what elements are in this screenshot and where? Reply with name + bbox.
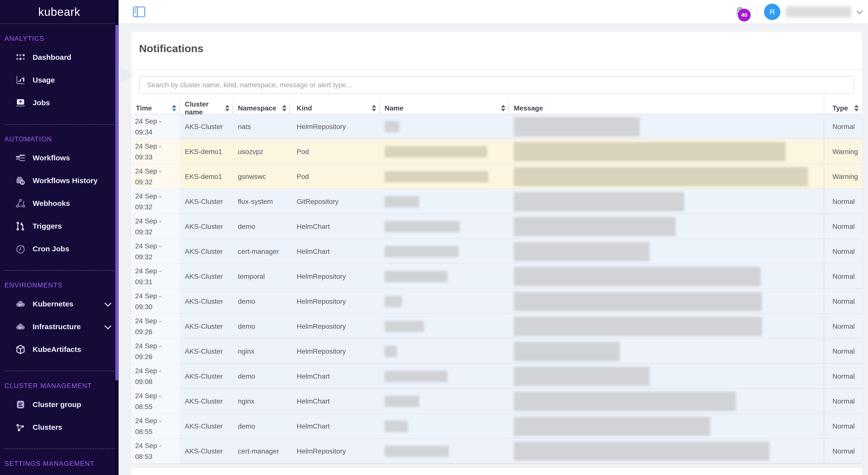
- table-row[interactable]: 24 Sep -08:53 AKS-Cluster cert-manager H…: [131, 438, 862, 463]
- cell-cluster-name: AKS-Cluster: [180, 114, 233, 139]
- sort-up-arrow: [854, 105, 859, 108]
- sidebar-section-title: ENVIRONMENTS: [4, 281, 112, 289]
- table-row[interactable]: 24 Sep -09:32 AKS-Cluster cert-manager H…: [131, 238, 862, 263]
- sort-icon[interactable]: [854, 105, 859, 112]
- table-row[interactable]: 24 Sep -08:55 AKS-Cluster demo HelmChart…: [131, 413, 862, 438]
- sidebar-toggle-button[interactable]: [132, 5, 146, 18]
- sort-icon[interactable]: [282, 105, 286, 112]
- cell-message: [509, 289, 824, 314]
- column-header-message[interactable]: Message: [509, 100, 824, 116]
- cell-namespace: cert-manager: [233, 439, 290, 464]
- notification-count-badge: 40: [738, 9, 751, 22]
- webhooks-icon: [15, 198, 26, 209]
- table-row[interactable]: 24 Sep -09:26 AKS-Cluster demo HelmRepos…: [131, 314, 862, 338]
- cell-cluster-name: AKS-Cluster: [180, 364, 233, 389]
- cell-kind: HelmRepository: [290, 114, 380, 139]
- message-redacted-block: [514, 317, 762, 336]
- column-label: Cluster name: [185, 100, 225, 116]
- sidebar-item-dashboard[interactable]: Dashboard: [4, 46, 112, 69]
- sidebar-scrollbar-thumb[interactable]: [115, 25, 118, 381]
- cell-kind: Pod: [290, 164, 380, 189]
- chevron-down-icon: [104, 300, 112, 307]
- cell-name: [380, 214, 509, 239]
- column-header-time[interactable]: Time: [131, 100, 180, 116]
- sidebar-item-label: Webhooks: [33, 199, 70, 208]
- cell-message: [509, 239, 824, 264]
- cell-name: [380, 164, 509, 189]
- table-row[interactable]: 24 Sep -09:34 AKS-Cluster nats HelmRepos…: [131, 114, 862, 139]
- user-menu[interactable]: R: [764, 4, 861, 20]
- panel-toggle-icon: [133, 6, 146, 18]
- message-redacted-block: [514, 367, 650, 386]
- table-row[interactable]: 24 Sep -09:32 AKS-Cluster flux-system Gi…: [131, 188, 862, 213]
- column-header-namespace[interactable]: Namespace: [233, 100, 290, 116]
- table-row[interactable]: 24 Sep -09:31 AKS-Cluster temporal HelmR…: [131, 263, 862, 289]
- sidebar-item-infrastructure[interactable]: Infrastructure: [4, 315, 112, 338]
- sort-icon[interactable]: [225, 105, 229, 112]
- sort-icon[interactable]: [501, 105, 505, 112]
- sidebar-item-triggers[interactable]: Triggers: [4, 215, 112, 237]
- sidebar-item-clusters[interactable]: Clusters: [4, 416, 112, 439]
- cell-cluster-name: EKS-demo1: [180, 164, 233, 189]
- cell-message: [509, 139, 824, 164]
- table-row[interactable]: 24 Sep -09:08 AKS-Cluster demo HelmChart…: [131, 363, 862, 388]
- cell-type: Normal: [824, 339, 862, 364]
- table-row[interactable]: 24 Sep -08:55 AKS-Cluster nginx HelmChar…: [131, 388, 862, 413]
- column-header-name[interactable]: Name: [380, 100, 509, 116]
- column-header-cluster-name[interactable]: Cluster name: [180, 100, 233, 116]
- content-area: Notifications Time Cluster name Namespac…: [119, 24, 868, 475]
- table-row[interactable]: 24 Sep -09:32 AKS-Cluster demo HelmChart…: [131, 213, 862, 238]
- sidebar-item-kubeartifacts[interactable]: KubeArtifacts: [4, 338, 112, 361]
- sort-icon[interactable]: [172, 105, 176, 112]
- cell-time: 24 Sep -09:32: [131, 214, 180, 239]
- clusters-network-icon: [15, 422, 26, 433]
- cloud-icon: [15, 298, 26, 310]
- column-header-type[interactable]: Type: [824, 93, 862, 118]
- sidebar-scrollbar[interactable]: [115, 0, 119, 475]
- sidebar-item-cron-jobs[interactable]: Cron Jobs: [4, 237, 112, 260]
- sidebar-item-webhooks[interactable]: Webhooks: [4, 192, 112, 215]
- cell-message: [509, 114, 824, 139]
- table-row[interactable]: 24 Sep -09:26 AKS-Cluster nginx HelmRepo…: [131, 338, 862, 363]
- cell-type: Warning: [824, 139, 862, 164]
- message-redacted-block: [514, 217, 676, 236]
- sort-icon[interactable]: [372, 105, 376, 112]
- sort-down-arrow: [372, 109, 376, 112]
- name-redacted-block: [384, 446, 449, 457]
- cell-namespace: nats: [233, 114, 290, 139]
- name-redacted-block: [384, 346, 397, 357]
- cell-time: 24 Sep -09:31: [131, 264, 180, 289]
- name-redacted-block: [384, 421, 408, 432]
- table-row[interactable]: 24 Sep -09:33 EKS-demo1 usozvpz Pod Warn…: [131, 139, 862, 164]
- sidebar-item-label: Infrastructure: [33, 323, 81, 331]
- table-row[interactable]: 24 Sep -09:30 AKS-Cluster demo HelmRepos…: [131, 289, 862, 314]
- name-redacted-block: [384, 221, 460, 232]
- cell-time: 24 Sep -09:30: [131, 289, 180, 314]
- cell-cluster-name: AKS-Cluster: [180, 239, 233, 264]
- cell-kind: HelmRepository: [290, 339, 380, 364]
- brand-logo-area[interactable]: kubeark: [0, 0, 119, 24]
- page-title: Notifications: [131, 32, 862, 69]
- cell-message: [509, 364, 824, 389]
- sidebar-item-workflows-history[interactable]: Workflows History: [4, 169, 112, 192]
- cell-namespace: demo: [233, 414, 290, 439]
- notifications-bell-button[interactable]: 40: [732, 3, 749, 21]
- sort-up-arrow: [282, 105, 286, 108]
- sidebar-item-kubernetes[interactable]: Kubernetes: [4, 293, 112, 315]
- table-horizontal-scrollbar[interactable]: [131, 463, 862, 468]
- table-row[interactable]: 24 Sep -09:32 EKS-demo1 gsnwswc Pod Warn…: [131, 164, 862, 188]
- column-header-kind[interactable]: Kind: [290, 100, 380, 116]
- search-input[interactable]: [139, 76, 854, 94]
- sidebar-item-jobs[interactable]: Jobs: [4, 91, 112, 114]
- sidebar-item-cluster-group[interactable]: Cluster group: [4, 393, 112, 416]
- cell-message: [509, 264, 824, 289]
- cell-message: [509, 414, 824, 439]
- sidebar-item-label: Triggers: [33, 222, 62, 230]
- name-redacted-block: [384, 296, 402, 307]
- cell-cluster-name: AKS-Cluster: [180, 214, 233, 239]
- sidebar-section-title: CLUSTER MANAGEMENT: [4, 382, 112, 390]
- sidebar-item-workflows[interactable]: Workflows: [4, 147, 112, 169]
- sidebar-item-usage[interactable]: Usage: [4, 69, 112, 91]
- sidebar-section: AUTOMATION Workflows Workflows History W…: [4, 124, 119, 270]
- sidebar-item-label: Jobs: [33, 99, 50, 107]
